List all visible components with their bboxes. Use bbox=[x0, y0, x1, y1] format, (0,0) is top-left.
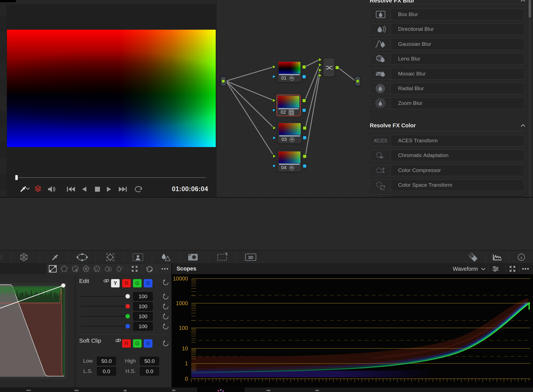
svg-text:10000: 10000 bbox=[173, 275, 188, 282]
svg-text:100: 100 bbox=[179, 325, 188, 331]
svg-text:0: 0 bbox=[185, 376, 188, 382]
svg-text:1000: 1000 bbox=[176, 300, 188, 306]
svg-text:1: 1 bbox=[185, 360, 188, 366]
svg-text:10: 10 bbox=[182, 345, 188, 351]
svg-text:3D: 3D bbox=[248, 255, 253, 260]
